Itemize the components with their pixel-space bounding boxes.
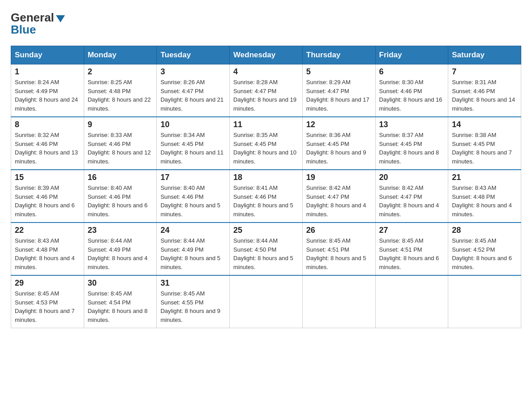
day-info: Sunrise: 8:24 AMSunset: 4:49 PMDaylight:… — [15, 78, 80, 113]
calendar-cell: 19Sunrise: 8:42 AMSunset: 4:47 PMDayligh… — [302, 170, 375, 223]
calendar-cell: 7Sunrise: 8:31 AMSunset: 4:46 PMDaylight… — [448, 64, 521, 117]
day-info: Sunrise: 8:35 AMSunset: 4:45 PMDaylight:… — [233, 131, 299, 166]
day-number: 19 — [306, 173, 372, 182]
calendar-cell: 10Sunrise: 8:34 AMSunset: 4:45 PMDayligh… — [157, 117, 230, 170]
calendar-cell: 8Sunrise: 8:32 AMSunset: 4:46 PMDaylight… — [11, 117, 84, 170]
calendar-cell: 25Sunrise: 8:44 AMSunset: 4:50 PMDayligh… — [230, 223, 303, 275]
day-info: Sunrise: 8:42 AMSunset: 4:47 PMDaylight:… — [379, 184, 445, 218]
calendar-cell: 5Sunrise: 8:29 AMSunset: 4:47 PMDaylight… — [302, 64, 375, 117]
day-number: 4 — [233, 67, 299, 77]
day-number: 28 — [452, 226, 517, 235]
day-info: Sunrise: 8:37 AMSunset: 4:45 PMDaylight:… — [379, 131, 445, 166]
day-info: Sunrise: 8:28 AMSunset: 4:47 PMDaylight:… — [233, 78, 299, 113]
calendar-cell: 3Sunrise: 8:26 AMSunset: 4:47 PMDaylight… — [157, 64, 230, 117]
day-info: Sunrise: 8:26 AMSunset: 4:47 PMDaylight:… — [160, 78, 226, 113]
day-info: Sunrise: 8:45 AMSunset: 4:51 PMDaylight:… — [379, 236, 445, 271]
calendar-week-row: 29Sunrise: 8:45 AMSunset: 4:53 PMDayligh… — [11, 275, 521, 328]
day-number: 25 — [233, 226, 299, 235]
calendar-cell: 1Sunrise: 8:24 AMSunset: 4:49 PMDaylight… — [11, 64, 84, 117]
calendar-cell: 11Sunrise: 8:35 AMSunset: 4:45 PMDayligh… — [230, 117, 303, 170]
day-number: 14 — [452, 120, 517, 129]
day-number: 2 — [88, 67, 153, 77]
logo: General Blue — [11, 11, 65, 37]
day-number: 7 — [452, 67, 517, 77]
calendar-week-row: 22Sunrise: 8:43 AMSunset: 4:48 PMDayligh… — [11, 223, 521, 275]
day-number: 8 — [15, 120, 80, 129]
page-header: General Blue — [11, 11, 521, 37]
calendar-cell — [448, 275, 521, 328]
calendar-cell: 9Sunrise: 8:33 AMSunset: 4:46 PMDaylight… — [84, 117, 157, 170]
calendar-header-row: SundayMondayTuesdayWednesdayThursdayFrid… — [11, 46, 521, 64]
day-number: 29 — [15, 278, 80, 288]
day-info: Sunrise: 8:31 AMSunset: 4:46 PMDaylight:… — [452, 78, 517, 113]
calendar-cell: 28Sunrise: 8:45 AMSunset: 4:52 PMDayligh… — [448, 223, 521, 275]
day-info: Sunrise: 8:43 AMSunset: 4:48 PMDaylight:… — [15, 236, 80, 271]
day-number: 10 — [160, 120, 226, 129]
day-number: 16 — [88, 173, 153, 182]
calendar-cell: 12Sunrise: 8:36 AMSunset: 4:45 PMDayligh… — [302, 117, 375, 170]
day-number: 20 — [379, 173, 445, 182]
day-info: Sunrise: 8:36 AMSunset: 4:45 PMDaylight:… — [306, 131, 372, 166]
day-info: Sunrise: 8:32 AMSunset: 4:46 PMDaylight:… — [15, 131, 80, 166]
day-number: 15 — [15, 173, 80, 182]
day-info: Sunrise: 8:40 AMSunset: 4:46 PMDaylight:… — [88, 184, 153, 218]
calendar-cell: 21Sunrise: 8:43 AMSunset: 4:48 PMDayligh… — [448, 170, 521, 223]
day-info: Sunrise: 8:40 AMSunset: 4:46 PMDaylight:… — [160, 184, 226, 218]
day-number: 18 — [233, 173, 299, 182]
calendar-cell: 16Sunrise: 8:40 AMSunset: 4:46 PMDayligh… — [84, 170, 157, 223]
day-info: Sunrise: 8:41 AMSunset: 4:46 PMDaylight:… — [233, 184, 299, 218]
calendar-cell: 20Sunrise: 8:42 AMSunset: 4:47 PMDayligh… — [375, 170, 448, 223]
day-info: Sunrise: 8:45 AMSunset: 4:53 PMDaylight:… — [15, 289, 80, 324]
day-number: 30 — [88, 278, 153, 288]
calendar-cell: 22Sunrise: 8:43 AMSunset: 4:48 PMDayligh… — [11, 223, 84, 275]
day-header-sunday: Sunday — [11, 46, 84, 64]
day-number: 13 — [379, 120, 445, 129]
day-header-saturday: Saturday — [448, 46, 521, 64]
day-info: Sunrise: 8:43 AMSunset: 4:48 PMDaylight:… — [452, 184, 517, 218]
day-info: Sunrise: 8:44 AMSunset: 4:49 PMDaylight:… — [160, 236, 226, 271]
day-header-monday: Monday — [84, 46, 157, 64]
day-info: Sunrise: 8:30 AMSunset: 4:46 PMDaylight:… — [379, 78, 445, 113]
day-number: 24 — [160, 226, 226, 235]
calendar-cell: 17Sunrise: 8:40 AMSunset: 4:46 PMDayligh… — [157, 170, 230, 223]
day-number: 3 — [160, 67, 226, 77]
day-info: Sunrise: 8:38 AMSunset: 4:45 PMDaylight:… — [452, 131, 517, 166]
day-number: 1 — [15, 67, 80, 77]
day-header-tuesday: Tuesday — [157, 46, 230, 64]
day-number: 12 — [306, 120, 372, 129]
day-number: 26 — [306, 226, 372, 235]
calendar-week-row: 15Sunrise: 8:39 AMSunset: 4:46 PMDayligh… — [11, 170, 521, 223]
calendar-cell: 26Sunrise: 8:45 AMSunset: 4:51 PMDayligh… — [302, 223, 375, 275]
day-number: 5 — [306, 67, 372, 77]
calendar-cell: 13Sunrise: 8:37 AMSunset: 4:45 PMDayligh… — [375, 117, 448, 170]
calendar-cell: 24Sunrise: 8:44 AMSunset: 4:49 PMDayligh… — [157, 223, 230, 275]
day-number: 11 — [233, 120, 299, 129]
day-header-friday: Friday — [375, 46, 448, 64]
day-number: 23 — [88, 226, 153, 235]
day-header-wednesday: Wednesday — [230, 46, 303, 64]
calendar-cell: 6Sunrise: 8:30 AMSunset: 4:46 PMDaylight… — [375, 64, 448, 117]
day-info: Sunrise: 8:42 AMSunset: 4:47 PMDaylight:… — [306, 184, 372, 218]
calendar-cell: 4Sunrise: 8:28 AMSunset: 4:47 PMDaylight… — [230, 64, 303, 117]
day-info: Sunrise: 8:44 AMSunset: 4:49 PMDaylight:… — [88, 236, 153, 271]
day-number: 27 — [379, 226, 445, 235]
logo-blue-text: Blue — [11, 23, 36, 37]
logo-arrow-icon — [56, 15, 65, 22]
day-info: Sunrise: 8:45 AMSunset: 4:51 PMDaylight:… — [306, 236, 372, 271]
calendar-cell: 27Sunrise: 8:45 AMSunset: 4:51 PMDayligh… — [375, 223, 448, 275]
day-info: Sunrise: 8:45 AMSunset: 4:52 PMDaylight:… — [452, 236, 517, 271]
day-number: 9 — [88, 120, 153, 129]
day-info: Sunrise: 8:45 AMSunset: 4:54 PMDaylight:… — [88, 289, 153, 324]
calendar-cell: 2Sunrise: 8:25 AMSunset: 4:48 PMDaylight… — [84, 64, 157, 117]
day-number: 31 — [160, 278, 226, 288]
day-number: 6 — [379, 67, 445, 77]
calendar-cell — [302, 275, 375, 328]
calendar-cell: 29Sunrise: 8:45 AMSunset: 4:53 PMDayligh… — [11, 275, 84, 328]
day-info: Sunrise: 8:25 AMSunset: 4:48 PMDaylight:… — [88, 78, 153, 113]
calendar-week-row: 8Sunrise: 8:32 AMSunset: 4:46 PMDaylight… — [11, 117, 521, 170]
day-info: Sunrise: 8:33 AMSunset: 4:46 PMDaylight:… — [88, 131, 153, 166]
day-number: 22 — [15, 226, 80, 235]
calendar-week-row: 1Sunrise: 8:24 AMSunset: 4:49 PMDaylight… — [11, 64, 521, 117]
calendar-cell: 31Sunrise: 8:45 AMSunset: 4:55 PMDayligh… — [157, 275, 230, 328]
calendar-cell: 23Sunrise: 8:44 AMSunset: 4:49 PMDayligh… — [84, 223, 157, 275]
